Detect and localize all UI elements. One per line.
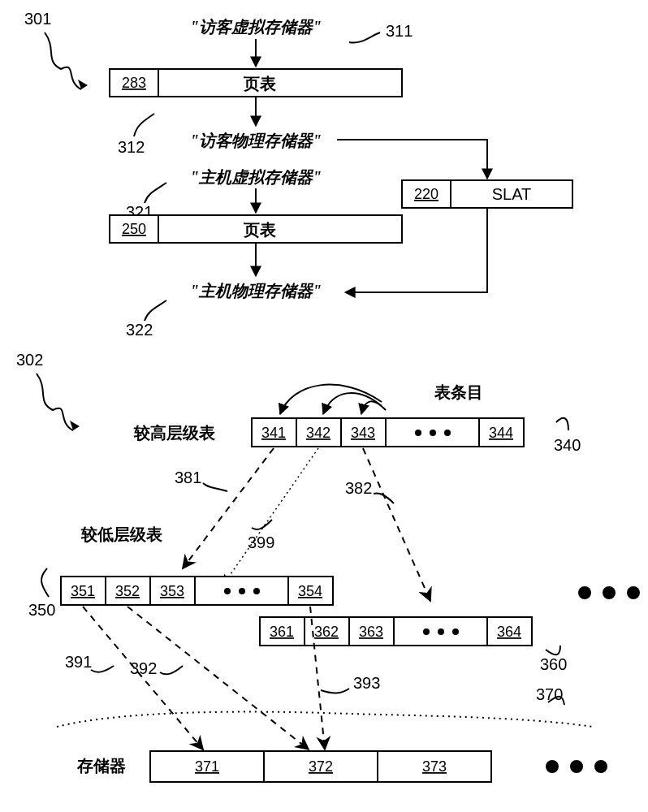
ref-391: 391	[65, 653, 92, 671]
ref-399: 399	[248, 533, 274, 551]
cell-371: 371	[195, 758, 219, 775]
table-340: 341 342 343 344	[252, 418, 524, 447]
svg-point-20	[239, 588, 245, 594]
label-host-physical: "主机物理存储器"	[190, 282, 322, 300]
cell-250-num: 250	[122, 221, 146, 237]
svg-point-36	[546, 760, 559, 773]
svg-point-37	[570, 760, 583, 773]
cell-373: 373	[422, 758, 447, 775]
cell-341: 341	[261, 425, 286, 441]
svg-point-13	[444, 430, 451, 436]
label-slat: SLAT	[492, 185, 532, 203]
cell-353: 353	[160, 583, 184, 599]
figure-302: 302 表条目 较高层级表 341 342 343 344 340	[16, 351, 640, 782]
ref-392: 392	[130, 659, 157, 677]
label-guest-physical: "访客物理存储器"	[190, 132, 322, 149]
box-slat: 220 SLAT	[402, 180, 572, 208]
svg-point-28	[438, 628, 444, 635]
edge-399	[223, 448, 318, 585]
ref-311: 311	[386, 22, 413, 40]
ref-370: 370	[536, 685, 563, 703]
svg-point-31	[603, 586, 616, 599]
cell-362: 362	[314, 624, 339, 640]
box-page-table-283: 283 页表	[110, 69, 402, 97]
cell-364: 364	[497, 624, 521, 640]
svg-point-27	[423, 628, 430, 635]
ref-393: 393	[353, 674, 380, 692]
cell-352: 352	[115, 583, 140, 599]
label-host-virtual: "主机虚拟存储器"	[190, 168, 322, 186]
cell-220-num: 220	[414, 186, 438, 202]
ref-322: 322	[126, 321, 153, 339]
svg-point-30	[578, 586, 591, 599]
svg-point-21	[253, 588, 260, 594]
ref-382: 382	[345, 479, 372, 497]
cell-363: 363	[359, 624, 383, 640]
arrow-gp-to-slat	[337, 140, 487, 179]
cell-351: 351	[71, 583, 95, 599]
cell-343: 343	[351, 425, 375, 441]
memory-boundary	[57, 712, 593, 727]
ref-350: 350	[28, 601, 55, 619]
svg-point-29	[452, 628, 459, 635]
svg-point-32	[627, 586, 640, 599]
cell-372: 372	[309, 758, 333, 775]
label-page-table-2: 页表	[243, 221, 276, 239]
label-guest-virtual: "访客虚拟存储器"	[190, 18, 322, 36]
svg-point-12	[430, 430, 436, 436]
figure-301: 301 "访客虚拟存储器" 311 283 页表 312 "访客物理存储器" 2…	[24, 10, 572, 339]
edge-391	[83, 607, 203, 749]
table-350: 351 352 353 354	[61, 577, 333, 605]
svg-point-38	[594, 760, 607, 773]
cell-354: 354	[298, 583, 322, 599]
diagram-canvas: 301 "访客虚拟存储器" 311 283 页表 312 "访客物理存储器" 2…	[0, 0, 648, 812]
cell-344: 344	[489, 425, 513, 441]
svg-point-11	[415, 430, 421, 436]
cell-342: 342	[306, 425, 330, 441]
label-higher-table: 较高层级表	[133, 424, 215, 442]
ref-301: 301	[24, 10, 51, 28]
label-memory: 存储器	[76, 757, 126, 775]
svg-point-19	[224, 588, 231, 594]
ref-360: 360	[540, 655, 567, 673]
ref-302: 302	[16, 351, 43, 369]
edge-382	[363, 448, 430, 601]
label-page-table-1: 页表	[243, 75, 276, 93]
memory-pages: 371 372 373	[150, 751, 491, 782]
ref-312: 312	[118, 138, 145, 156]
label-lower-table: 较低层级表	[80, 525, 162, 543]
ref-381: 381	[175, 469, 201, 486]
box-page-table-250: 250 页表	[110, 215, 402, 243]
cell-283-num: 283	[122, 75, 146, 91]
label-table-entries: 表条目	[434, 383, 483, 401]
ref-340: 340	[554, 436, 581, 454]
table-360: 361 362 363 364	[260, 617, 532, 646]
cell-361: 361	[270, 624, 294, 640]
